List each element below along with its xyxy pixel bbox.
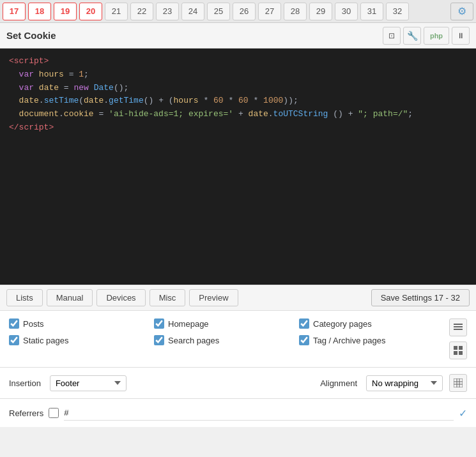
checkbox-category-pages-label: Category pages: [313, 319, 372, 329]
tab-30[interactable]: 30: [335, 3, 358, 20]
tab-28[interactable]: 28: [284, 3, 307, 20]
checkbox-homepage-label: Homepage: [168, 319, 209, 329]
svg-rect-5: [454, 351, 457, 355]
checkbox-col-1: Posts Static pages: [9, 318, 154, 359]
lists-button[interactable]: Lists: [6, 289, 43, 306]
checkbox-static-pages-label: Static pages: [23, 336, 69, 345]
grid-view-icon: [454, 346, 463, 355]
referrers-input[interactable]: [64, 405, 454, 421]
tab-29[interactable]: 29: [309, 3, 332, 20]
tab-18[interactable]: 18: [28, 3, 51, 20]
svg-rect-4: [459, 346, 463, 350]
svg-rect-0: [454, 324, 463, 325]
tab-21[interactable]: 21: [105, 3, 128, 20]
tab-19[interactable]: 19: [54, 3, 77, 20]
svg-rect-2: [454, 329, 463, 330]
devices-button[interactable]: Devices: [96, 289, 145, 306]
tab-31[interactable]: 31: [360, 3, 383, 20]
checkbox-tag-archive-pages[interactable]: Tag / Archive pages: [299, 335, 444, 345]
checkbox-static-pages-input[interactable]: [9, 335, 19, 345]
checkbox-search-pages-label: Search pages: [168, 336, 219, 345]
tab-17[interactable]: 17: [3, 3, 26, 20]
buttons-row: Lists Manual Devices Misc Preview Save S…: [0, 285, 476, 311]
checkbox-col-2: Homepage Search pages: [154, 318, 299, 359]
checkbox-category-pages[interactable]: Category pages: [299, 318, 444, 329]
svg-rect-7: [454, 378, 463, 387]
insertion-label: Insertion: [9, 378, 41, 388]
checkbox-posts-input[interactable]: [9, 318, 19, 329]
code-line-5: document.cookie = 'ai-hide-ads=1; expire…: [9, 108, 467, 121]
referrers-label: Referrers: [9, 408, 43, 418]
svg-rect-6: [459, 351, 463, 355]
insertion-select[interactable]: Header Footer Before content After conte…: [50, 375, 127, 391]
insertion-row: Insertion Header Footer Before content A…: [0, 368, 476, 399]
table-icon-btn[interactable]: [449, 374, 467, 392]
checkbox-posts[interactable]: Posts: [9, 318, 154, 329]
code-editor[interactable]: <script> var hours = 1; var date = new D…: [0, 49, 476, 285]
misc-button[interactable]: Misc: [150, 289, 186, 306]
tool-icon: 🔧: [407, 31, 418, 41]
tab-27[interactable]: 27: [258, 3, 281, 20]
referrers-confirm-icon[interactable]: ✓: [459, 407, 467, 419]
tab-settings[interactable]: ⚙: [450, 3, 473, 20]
checkbox-static-pages[interactable]: Static pages: [9, 335, 154, 345]
code-line-4: date.setTime(date.getTime() + (hours * 6…: [9, 94, 467, 108]
checkboxes-section: Posts Static pages Homepage Search pages…: [0, 311, 476, 368]
referrers-checkbox[interactable]: [49, 408, 59, 418]
tab-bar: 17 18 19 20 21 22 23 24 25 26 27 28 29 3…: [0, 0, 476, 23]
tab-26[interactable]: 26: [233, 3, 256, 20]
svg-rect-3: [454, 346, 457, 350]
list-view-icon-btn[interactable]: [449, 318, 467, 336]
checkbox-homepage[interactable]: Homepage: [154, 318, 299, 329]
checkbox-search-pages[interactable]: Search pages: [154, 335, 299, 345]
checkbox-tag-archive-pages-input[interactable]: [299, 335, 309, 345]
checkbox-posts-label: Posts: [23, 319, 44, 329]
header-icons: ⊡ 🔧 php ⏸: [383, 27, 470, 45]
checkbox-tag-archive-pages-label: Tag / Archive pages: [313, 336, 385, 345]
list-view-icon: [454, 323, 463, 332]
expand-icon-btn[interactable]: ⊡: [383, 27, 401, 45]
tool-icon-btn[interactable]: 🔧: [403, 27, 421, 45]
preview-button[interactable]: Preview: [189, 289, 238, 306]
code-line-6: </script>: [9, 121, 467, 135]
page-title: Set Cookie: [6, 30, 56, 41]
checkbox-category-pages-input[interactable]: [299, 318, 309, 329]
php-icon-btn[interactable]: php: [424, 27, 449, 45]
tab-22[interactable]: 22: [130, 3, 153, 20]
referrers-row: Referrers ✓: [0, 399, 476, 427]
table-icon: [454, 378, 463, 387]
tab-23[interactable]: 23: [156, 3, 179, 20]
tab-32[interactable]: 32: [386, 3, 409, 20]
pause-icon: ⏸: [457, 31, 464, 40]
pause-icon-btn[interactable]: ⏸: [452, 27, 470, 45]
code-line-2: var hours = 1;: [9, 68, 467, 82]
tab-24[interactable]: 24: [181, 3, 204, 20]
header-bar: Set Cookie ⊡ 🔧 php ⏸: [0, 23, 476, 49]
svg-rect-1: [454, 326, 463, 327]
list-icon-buttons: [444, 318, 467, 359]
grid-view-icon-btn[interactable]: [449, 341, 467, 359]
expand-icon: ⊡: [388, 31, 395, 40]
code-line-3: var date = new Date();: [9, 82, 467, 95]
alignment-select[interactable]: No wrapping Left Right Center: [366, 375, 443, 391]
manual-button[interactable]: Manual: [47, 289, 93, 306]
checkbox-search-pages-input[interactable]: [154, 335, 164, 345]
checkbox-homepage-input[interactable]: [154, 318, 164, 329]
alignment-label: Alignment: [320, 378, 357, 388]
tab-20[interactable]: 20: [79, 3, 102, 20]
checkbox-col-3: Category pages Tag / Archive pages: [299, 318, 444, 359]
save-button[interactable]: Save Settings 17 - 32: [371, 289, 470, 306]
tab-25[interactable]: 25: [207, 3, 230, 20]
code-line-1: <script>: [9, 55, 467, 68]
php-label: php: [430, 32, 443, 40]
